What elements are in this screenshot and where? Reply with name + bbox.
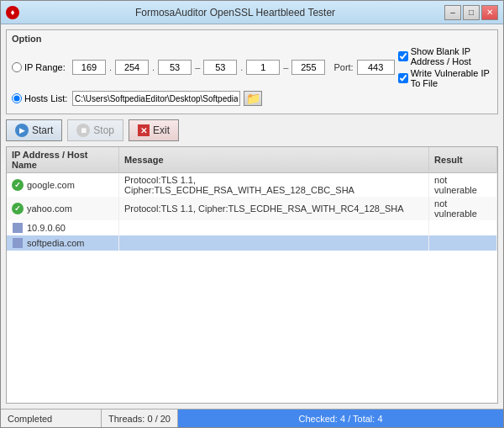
checkbox-group: Show Blank IP Address / Host Write Vulne…	[398, 46, 492, 88]
results-table-container: IP Address / Host Name Message Result ✓g…	[6, 146, 498, 404]
cell-result	[429, 220, 497, 235]
app-icon: ♦	[6, 6, 19, 19]
hosts-list-row: Hosts List: 📁	[12, 91, 492, 106]
cell-result: not vulnerable	[429, 197, 497, 220]
port-label: Port:	[333, 62, 353, 72]
cell-result	[429, 235, 497, 251]
port-input[interactable]	[357, 60, 395, 75]
cell-message: Protocol:TLS 1.1, Cipher:TLS_ECDHE_RSA_W…	[119, 173, 429, 198]
play-icon: ▶	[15, 124, 29, 137]
status-left: Completed	[1, 410, 102, 427]
status-progress: Checked: 4 / Total: 4	[178, 410, 503, 427]
option-group: Option IP Range: . . – . – Port:	[6, 29, 498, 114]
table-row[interactable]: ✓yahoo.comProtocol:TLS 1.1, Cipher:TLS_E…	[7, 197, 497, 220]
cell-host: 10.9.0.60	[7, 220, 119, 235]
cell-host: ✓google.com	[7, 173, 119, 198]
cell-host: softpedia.com	[7, 235, 119, 251]
col-header-host: IP Address / Host Name	[7, 147, 119, 173]
close-button[interactable]: ✕	[481, 5, 498, 20]
results-table: IP Address / Host Name Message Result ✓g…	[7, 147, 497, 251]
show-blank-label[interactable]: Show Blank IP Address / Host	[398, 46, 492, 66]
hosts-list-radio-label[interactable]: Hosts List:	[12, 93, 69, 103]
status-ok-icon: ✓	[12, 203, 24, 214]
main-window: ♦ FormosaAuditor OpenSSL Heartbleed Test…	[0, 0, 504, 428]
window-title: FormosaAuditor OpenSSL Heartbleed Tester	[26, 7, 444, 18]
table-row[interactable]: 10.9.0.60	[7, 220, 497, 235]
status-threads: Threads: 0 / 20	[102, 410, 178, 427]
ip6-input[interactable]	[291, 60, 325, 75]
start-button[interactable]: ▶ Start	[6, 119, 62, 141]
ip1-input[interactable]	[72, 60, 106, 75]
ip2-input[interactable]	[115, 60, 149, 75]
ip-range-radio[interactable]	[12, 62, 22, 72]
stop-icon: ⏹	[76, 124, 90, 137]
maximize-button[interactable]: □	[463, 5, 480, 20]
action-row: ▶ Start ⏹ Stop ✕ Exit	[6, 118, 498, 143]
stop-button[interactable]: ⏹ Stop	[67, 119, 123, 141]
content-area: Option IP Range: . . – . – Port:	[1, 24, 503, 409]
ip-range-radio-label[interactable]: IP Range:	[12, 62, 69, 72]
col-header-result: Result	[429, 147, 497, 173]
write-vulnerable-label[interactable]: Write Vulnerable IP To File	[398, 68, 492, 88]
option-label: Option	[12, 34, 492, 44]
show-blank-checkbox[interactable]	[398, 51, 408, 61]
ip5-input[interactable]	[246, 60, 280, 75]
cell-result: not vulnerable	[429, 173, 497, 198]
window-controls: – □ ✕	[444, 5, 498, 20]
ip4-input[interactable]	[203, 60, 237, 75]
table-body: ✓google.comProtocol:TLS 1.1, Cipher:TLS_…	[7, 173, 497, 251]
title-bar: ♦ FormosaAuditor OpenSSL Heartbleed Test…	[1, 1, 503, 24]
exit-icon: ✕	[138, 124, 150, 136]
status-loading-icon	[13, 238, 23, 248]
cell-message	[119, 235, 429, 251]
cell-message	[119, 220, 429, 235]
hosts-file-input[interactable]	[72, 91, 240, 106]
ip3-input[interactable]	[158, 60, 192, 75]
hosts-list-radio[interactable]	[12, 93, 22, 103]
exit-button[interactable]: ✕ Exit	[129, 119, 179, 141]
status-ok-icon: ✓	[12, 179, 24, 191]
minimize-button[interactable]: –	[444, 5, 461, 20]
ip-range-row: IP Range: . . – . – Port: Show Blan	[12, 46, 492, 88]
col-header-message: Message	[119, 147, 429, 173]
status-loading-icon	[13, 223, 23, 233]
write-vulnerable-checkbox[interactable]	[398, 73, 408, 83]
table-header-row: IP Address / Host Name Message Result	[7, 147, 497, 173]
browse-button[interactable]: 📁	[244, 91, 262, 106]
table-row[interactable]: ✓google.comProtocol:TLS 1.1, Cipher:TLS_…	[7, 173, 497, 198]
cell-message: Protocol:TLS 1.1, Cipher:TLS_ECDHE_RSA_W…	[119, 197, 429, 220]
table-row[interactable]: softpedia.com	[7, 235, 497, 251]
cell-host: ✓yahoo.com	[7, 197, 119, 220]
status-bar: Completed Threads: 0 / 20 Checked: 4 / T…	[1, 409, 503, 427]
